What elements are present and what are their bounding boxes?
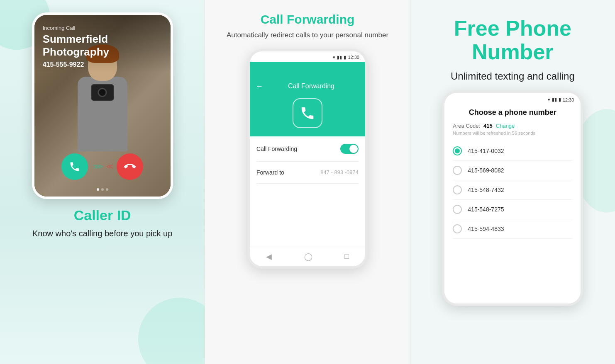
phone-mockup-call-forwarding: ▾ ▮▮ ▮ 12:30 ← Call Forwarding [247, 49, 368, 269]
forward-to-label: Forward to [256, 169, 284, 176]
status-time: 12:30 [348, 55, 359, 60]
caller-id-panel: Incoming Call Summerfield Photography 41… [0, 0, 205, 364]
phone-number-text: 415-594-4833 [468, 226, 504, 232]
signal-icon-3: ▮▮ [552, 97, 557, 102]
call-forwarding-toggle-row: Call Forwarding [256, 136, 359, 162]
toggle-thumb [349, 145, 358, 153]
refresh-note: Numbers will be refreshed in 56 seconds [453, 131, 572, 136]
cf-toggle[interactable] [340, 144, 359, 154]
wifi-icon-3: ▾ [548, 97, 550, 102]
number-option-5[interactable]: 415-594-4833 [453, 219, 572, 239]
free-phone-desc: Unlimited texting and calling [451, 70, 575, 82]
call-forwarding-desc: Automatically redirect calls to your per… [227, 30, 388, 41]
dot-3 [106, 188, 108, 191]
home-nav-icon[interactable]: ◯ [304, 252, 312, 261]
choose-number-title: Choose a phone number [453, 108, 572, 117]
status-bar-3: ▾ ▮▮ ▮ 12:30 [444, 93, 581, 104]
header-nav: ← Call Forwarding [250, 79, 365, 94]
caller-id-title: Caller ID [74, 207, 131, 223]
status-bar: ▾ ▮▮ ▮ 12:30 [250, 51, 365, 62]
forward-number: 847 - 893 -0974 [320, 169, 359, 175]
radio-unselected-icon [453, 166, 462, 175]
caller-name: Summerfield Photography [43, 33, 162, 58]
radio-unselected-icon [453, 185, 462, 194]
radio-unselected-icon [453, 224, 462, 233]
call-info-overlay: Incoming Call Summerfield Photography 41… [34, 15, 171, 73]
call-forwarding-title: Call Forwarding [261, 12, 355, 27]
swipe-right-arrows: >>> [93, 163, 101, 171]
radio-unselected-icon [453, 205, 462, 214]
settings-content: Call Forwarding Forward to 847 - 893 -09… [250, 136, 365, 247]
number-option-4[interactable]: 415-548-7275 [453, 200, 572, 219]
number-option-2[interactable]: 415-569-8082 [453, 161, 572, 180]
bottom-navigation: ◀ ◯ □ [250, 247, 365, 266]
free-phone-line1: Free Phone [454, 16, 571, 40]
radio-selected-icon [453, 146, 462, 155]
phone-number-text: 415-417-0032 [468, 148, 504, 154]
phone-number-text: 415-548-7275 [468, 206, 504, 213]
phone-mockup-caller-id: Incoming Call Summerfield Photography 41… [32, 12, 173, 199]
number-option-3[interactable]: 415-548-7432 [453, 180, 572, 200]
battery-icon-3: ▮ [559, 97, 561, 102]
page-indicator [97, 188, 108, 191]
signal-icon: ▮▮ [337, 55, 342, 60]
battery-icon: ▮ [344, 55, 346, 60]
dot-2 [101, 188, 104, 191]
call-forwarding-panel: Call Forwarding Automatically redirect c… [205, 0, 410, 364]
phone-screen: Incoming Call Summerfield Photography 41… [34, 15, 171, 197]
cf-toggle-label: Call Forwarding [256, 146, 297, 152]
phone-icon-container [293, 98, 322, 128]
person-body [78, 77, 127, 151]
accept-button[interactable] [61, 153, 88, 180]
phone-number-text: 415-548-7432 [468, 187, 504, 193]
free-phone-title: Free Phone Number [454, 17, 571, 64]
radio-inner [455, 148, 460, 153]
decline-button[interactable] [117, 153, 143, 180]
caller-id-desc: Know who's calling before you pick up [32, 228, 172, 239]
camera-lens [98, 88, 107, 97]
area-code-value: 415 [483, 123, 493, 129]
phone-mockup-numbers: ▾ ▮▮ ▮ 12:30 Choose a phone number Area … [442, 90, 583, 306]
free-phone-panel: Free Phone Number Unlimited texting and … [410, 0, 615, 364]
change-area-code-link[interactable]: Change [496, 123, 515, 129]
wifi-icon: ▾ [333, 55, 335, 60]
back-nav-icon[interactable]: ◀ [266, 252, 272, 261]
camera [91, 84, 114, 101]
phone-screen-cf: ▾ ▮▮ ▮ 12:30 ← Call Forwarding [250, 51, 365, 266]
incoming-call-label: Incoming Call [43, 25, 162, 31]
swipe-left-arrows: << [106, 163, 112, 171]
area-code-row: Area Code: 415 Change [453, 123, 572, 129]
number-option-1[interactable]: 415-417-0032 [453, 141, 572, 161]
time-3: 12:30 [563, 97, 574, 102]
phone-number-text: 415-569-8082 [468, 167, 504, 174]
area-code-label: Area Code: [453, 123, 480, 129]
dot-1 [97, 188, 99, 191]
recent-nav-icon[interactable]: □ [344, 252, 349, 261]
number-selection-content: Choose a phone number Area Code: 415 Cha… [444, 104, 581, 303]
call-actions: >>> << [34, 153, 171, 180]
back-arrow-icon[interactable]: ← [256, 82, 263, 91]
screen-title: Call Forwarding [263, 83, 359, 90]
free-phone-line2: Number [472, 40, 553, 64]
forward-to-row: Forward to 847 - 893 -0974 [256, 162, 359, 184]
teal-header: ← Call Forwarding [250, 62, 365, 136]
caller-number: 415-555-9922 [43, 61, 162, 68]
phone-screen-numbers: ▾ ▮▮ ▮ 12:30 Choose a phone number Area … [444, 93, 581, 303]
